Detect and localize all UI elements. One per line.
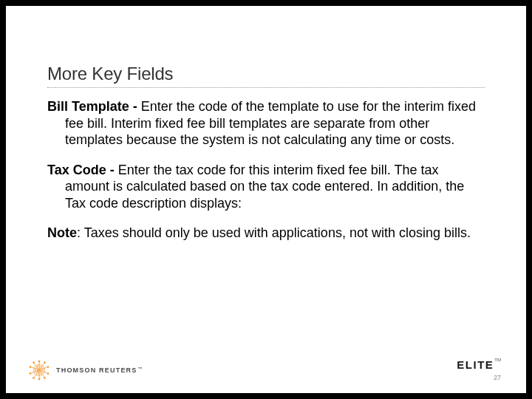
paragraph-tax-code: Tax Code - Enter the tax code for this i… xyxy=(47,162,485,212)
svg-point-13 xyxy=(38,361,40,362)
paragraph-note: Note: Taxes should only be used with app… xyxy=(47,225,485,242)
body-note: : Taxes should only be used with applica… xyxy=(77,225,471,240)
svg-point-17 xyxy=(44,377,45,378)
term-note: Note xyxy=(47,225,77,240)
svg-point-14 xyxy=(44,361,45,363)
svg-point-15 xyxy=(47,366,49,367)
svg-point-21 xyxy=(30,366,31,367)
title-divider xyxy=(47,87,485,88)
paragraph-bill-template: Bill Template - Enter the code of the te… xyxy=(47,98,485,149)
footer: THOMSON REUTERS™ ELITE TM 27 xyxy=(6,355,526,383)
slide-title: More Key Fields xyxy=(47,64,485,84)
thomson-reuters-logo: THOMSON REUTERS™ xyxy=(28,359,143,381)
slide: More Key Fields Bill Template - Enter th… xyxy=(6,6,526,393)
elite-tm-symbol: TM xyxy=(494,358,501,362)
tr-mark-icon xyxy=(28,359,50,381)
term-tax-code: Tax Code - xyxy=(47,163,118,177)
svg-point-18 xyxy=(38,378,40,380)
page-number: 27 xyxy=(494,374,501,381)
svg-point-19 xyxy=(33,377,34,378)
elite-logo: ELITE TM xyxy=(457,358,501,371)
content-area: More Key Fields Bill Template - Enter th… xyxy=(47,64,485,255)
tr-tm-symbol: ™ xyxy=(138,366,143,371)
body-tax-code: Enter the tax code for this interim fixe… xyxy=(65,163,464,211)
elite-brand-text: ELITE xyxy=(457,358,494,371)
svg-point-20 xyxy=(30,372,31,374)
tr-brand-label: THOMSON REUTERS xyxy=(56,366,137,374)
term-bill-template: Bill Template - xyxy=(47,99,141,114)
svg-point-22 xyxy=(33,361,34,363)
svg-point-16 xyxy=(47,372,49,374)
tr-brand-text: THOMSON REUTERS™ xyxy=(56,366,143,374)
